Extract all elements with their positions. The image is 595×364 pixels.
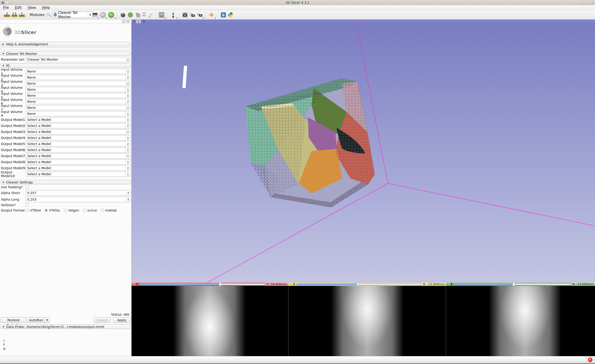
- autorun-dropdown-icon[interactable]: ▼: [44, 318, 50, 323]
- forward-dropdown-icon[interactable]: ▾: [114, 17, 115, 19]
- output-model-selector[interactable]: Select a Model▲▼: [26, 135, 130, 140]
- radio-icon[interactable]: [64, 209, 67, 212]
- combo-arrows-icon[interactable]: ▲▼: [126, 166, 130, 170]
- format-radio-scirun[interactable]: scirun: [83, 208, 97, 212]
- format-radio-vtkfac[interactable]: VTKfac: [45, 208, 60, 212]
- verbose-checkbox[interactable]: [26, 203, 29, 207]
- output-model-selector[interactable]: Select a Model▲▼: [26, 153, 130, 158]
- combo-arrows-icon[interactable]: ▲▼: [126, 105, 130, 110]
- restore-defaults-button[interactable]: Restore Defaults: [1, 317, 26, 323]
- combo-arrows-icon[interactable]: ▲▼: [126, 148, 130, 152]
- spin-arrows-icon[interactable]: ▲▼: [126, 190, 130, 195]
- radio-icon[interactable]: [26, 209, 29, 212]
- crosshair-icon[interactable]: [208, 12, 214, 18]
- toolbar-handle[interactable]: [1, 12, 2, 18]
- module-selector[interactable]: Cleaver Tet Mesher ▲▼: [52, 12, 92, 18]
- spin-arrows-icon[interactable]: ▲▼: [126, 197, 130, 202]
- input-volume-selector[interactable]: None▲▼: [26, 93, 130, 98]
- cancel-button[interactable]: Cancel: [94, 317, 111, 323]
- layout-dropdown-icon[interactable]: ▾: [165, 17, 166, 19]
- output-model-selector[interactable]: Select a Model▲▼: [26, 117, 130, 122]
- io-section-header[interactable]: ▼ IO: [1, 63, 130, 68]
- ruler-annotate-icon[interactable]: [148, 12, 154, 18]
- mouse-mode-icon[interactable]: [170, 12, 176, 18]
- combo-arrows-icon[interactable]: ▲▼: [126, 87, 130, 92]
- module-search-icon[interactable]: [47, 13, 51, 17]
- module-section-header[interactable]: ▼ Cleaver Tet Mesher: [1, 51, 130, 56]
- input-volume-selector[interactable]: None▲▼: [26, 87, 130, 92]
- input-volume-selector[interactable]: None▲▼: [26, 81, 130, 86]
- input-volume-selector[interactable]: None▲▼: [26, 105, 130, 110]
- format-radio-tetgen[interactable]: tetgen: [64, 208, 79, 212]
- combo-arrows-icon[interactable]: ▲▼: [126, 69, 130, 74]
- yellow-slice-view[interactable]: [288, 286, 446, 356]
- red-pin-icon[interactable]: [136, 283, 139, 286]
- input-volume-selector[interactable]: None▲▼: [26, 99, 130, 104]
- panel-undock-icon[interactable]: [122, 20, 125, 23]
- combo-arrows-icon[interactable]: ▲▼: [126, 160, 130, 164]
- crosshair-dropdown-icon[interactable]: ▾: [215, 17, 216, 19]
- volume-rendering-cube-icon[interactable]: [120, 12, 126, 18]
- menu-view[interactable]: View: [25, 5, 39, 10]
- menu-help[interactable]: Help: [39, 5, 53, 10]
- combo-arrows-icon[interactable]: ▲▼: [126, 172, 130, 176]
- green-slice-slider[interactable]: [454, 283, 571, 285]
- combo-arrows-icon[interactable]: ▲▼: [126, 57, 130, 62]
- combo-arrows-icon[interactable]: ▲▼: [126, 154, 130, 158]
- autorun-button[interactable]: AutoRun ▼: [28, 317, 50, 323]
- layout-selector-icon[interactable]: [158, 12, 164, 18]
- error-log-button[interactable]: ✕: [586, 357, 594, 363]
- combo-arrows-icon[interactable]: ▲▼: [88, 12, 92, 18]
- yellow-slider-handle[interactable]: [357, 283, 359, 286]
- red-expand-icon[interactable]: ►: [132, 283, 135, 286]
- back-dropdown-icon[interactable]: ▾: [106, 17, 107, 19]
- data-probe-header[interactable]: ▼ Data Probe: /home/sci/brig/Slicer-Cl..…: [1, 324, 130, 329]
- extensions-icon[interactable]: [220, 12, 226, 18]
- mesh-sphere-icon[interactable]: [127, 12, 133, 18]
- settings-section-header[interactable]: ▼ Cleaver Settings: [1, 180, 130, 184]
- import-dicom-button[interactable]: ⬇⬆ DCM: [11, 11, 18, 19]
- radio-icon[interactable]: [45, 209, 48, 212]
- 3d-view[interactable]: ◄ 1: [132, 20, 595, 283]
- output-model-selector[interactable]: Select a Model▲▼: [26, 159, 130, 164]
- combo-arrows-icon[interactable]: ▲▼: [126, 93, 130, 98]
- output-model-selector[interactable]: Select a Model▲▼: [26, 171, 130, 177]
- combo-arrows-icon[interactable]: ▲▼: [126, 117, 130, 122]
- view-collapse-icon[interactable]: ◄: [133, 20, 135, 23]
- grid-transform-icon[interactable]: [135, 12, 141, 18]
- radio-icon[interactable]: [101, 209, 104, 212]
- yellow-pin-icon[interactable]: [293, 283, 295, 286]
- scene-view-capture-icon[interactable]: [189, 12, 195, 18]
- combo-arrows-icon[interactable]: ▲▼: [126, 142, 130, 146]
- input-volume-selector[interactable]: None▲▼: [26, 111, 130, 116]
- fiducials-icon[interactable]: ****: [142, 13, 146, 17]
- combo-arrows-icon[interactable]: ▲▼: [126, 136, 130, 140]
- use-padding-checkbox[interactable]: [26, 186, 29, 189]
- alpha-short-spinbox[interactable]: 0.357 ▲▼: [26, 190, 130, 196]
- close-icon[interactable]: ✕: [590, 1, 594, 4]
- output-model-selector[interactable]: Select a Model▲▼: [26, 129, 130, 134]
- combo-arrows-icon[interactable]: ▲▼: [126, 123, 130, 128]
- input-volume-selector[interactable]: None▲▼: [26, 69, 130, 74]
- history-dropdown-icon[interactable]: ▾: [97, 17, 99, 19]
- green-slice-view[interactable]: [446, 286, 595, 356]
- module-back-button[interactable]: ←: [100, 12, 106, 18]
- format-radio-vtktet[interactable]: VTKtet: [26, 208, 41, 212]
- 3d-view-header[interactable]: ◄ 1: [132, 20, 595, 23]
- save-button[interactable]: ⬇ SAVE: [19, 11, 25, 19]
- combo-arrows-icon[interactable]: ▲▼: [126, 111, 130, 116]
- red-slice-slider[interactable]: [140, 283, 265, 285]
- red-slice-view[interactable]: [132, 286, 288, 356]
- input-volume-selector[interactable]: None▲▼: [26, 75, 130, 80]
- screenshot-icon[interactable]: [182, 12, 188, 18]
- mouse-mode-dropdown-icon[interactable]: ▾: [177, 17, 177, 19]
- help-section-header[interactable]: ▶ Help & Acknowledgement: [1, 42, 130, 46]
- menu-file[interactable]: File: [0, 5, 12, 10]
- output-model-selector[interactable]: Select a Model▲▼: [26, 147, 130, 152]
- green-pin-icon[interactable]: [450, 283, 453, 286]
- output-model-selector[interactable]: Select a Model▲▼: [26, 141, 130, 146]
- scene-view-dropdown-icon[interactable]: ▾: [203, 17, 204, 19]
- menu-edit[interactable]: Edit: [12, 5, 25, 10]
- view-pin-icon[interactable]: [142, 20, 146, 23]
- green-slider-handle[interactable]: [512, 283, 515, 286]
